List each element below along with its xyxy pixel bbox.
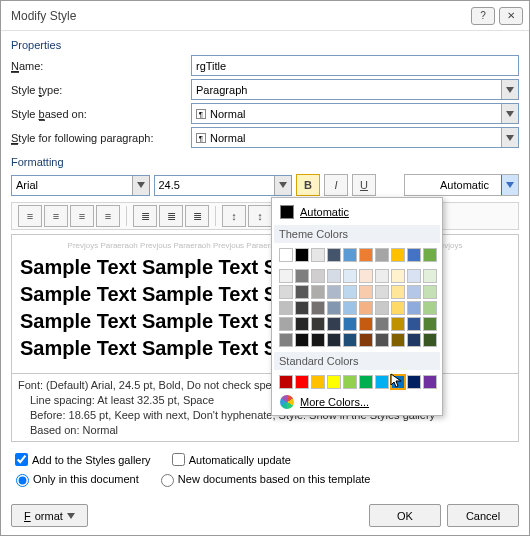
font-name-select[interactable]: Arial — [11, 175, 150, 196]
underline-button[interactable]: U — [352, 174, 376, 196]
color-swatch[interactable] — [295, 248, 309, 262]
color-swatch[interactable] — [311, 301, 325, 315]
color-swatch[interactable] — [391, 269, 405, 283]
align-center-button[interactable]: ≡ — [44, 205, 68, 227]
color-swatch[interactable] — [343, 269, 357, 283]
color-swatch[interactable] — [327, 285, 341, 299]
color-swatch[interactable] — [359, 269, 373, 283]
color-swatch[interactable] — [375, 333, 389, 347]
based-on-select[interactable]: ¶ Normal — [191, 103, 519, 124]
color-swatch[interactable] — [359, 301, 373, 315]
color-swatch[interactable] — [295, 285, 309, 299]
color-swatch[interactable] — [295, 375, 309, 389]
color-swatch[interactable] — [407, 375, 421, 389]
color-swatch[interactable] — [423, 317, 437, 331]
color-swatch[interactable] — [407, 285, 421, 299]
color-swatch[interactable] — [343, 333, 357, 347]
ok-button[interactable]: OK — [369, 504, 441, 527]
color-swatch[interactable] — [375, 375, 389, 389]
color-swatch[interactable] — [327, 375, 341, 389]
spacing2-button[interactable]: ≣ — [185, 205, 209, 227]
following-select[interactable]: ¶ Normal — [191, 127, 519, 148]
space-after-button[interactable]: ↕ — [248, 205, 272, 227]
align-justify-button[interactable]: ≡ — [96, 205, 120, 227]
more-colors-item[interactable]: More Colors... — [276, 391, 438, 413]
close-button[interactable]: ✕ — [499, 7, 523, 25]
color-swatch[interactable] — [423, 375, 437, 389]
color-swatch[interactable] — [375, 301, 389, 315]
color-swatch[interactable] — [295, 269, 309, 283]
color-swatch[interactable] — [359, 375, 373, 389]
color-swatch[interactable] — [391, 285, 405, 299]
cancel-button[interactable]: Cancel — [447, 504, 519, 527]
color-swatch[interactable] — [327, 333, 341, 347]
color-swatch[interactable] — [391, 333, 405, 347]
color-swatch[interactable] — [391, 248, 405, 262]
color-swatch[interactable] — [311, 317, 325, 331]
color-swatch[interactable] — [423, 285, 437, 299]
color-swatch[interactable] — [279, 285, 293, 299]
color-swatch[interactable] — [343, 248, 357, 262]
color-swatch[interactable] — [343, 375, 357, 389]
align-left-button[interactable]: ≡ — [18, 205, 42, 227]
auto-update-checkbox[interactable]: Automatically update — [168, 450, 291, 469]
color-swatch[interactable] — [311, 285, 325, 299]
color-swatch[interactable] — [311, 333, 325, 347]
color-swatch[interactable] — [311, 375, 325, 389]
color-swatch[interactable] — [311, 269, 325, 283]
new-documents-radio[interactable]: New documents based on this template — [156, 471, 371, 487]
color-swatch[interactable] — [407, 248, 421, 262]
add-gallery-checkbox[interactable]: Add to the Styles gallery — [11, 450, 151, 469]
color-swatch[interactable] — [343, 317, 357, 331]
color-swatch[interactable] — [423, 333, 437, 347]
color-swatch[interactable] — [311, 248, 325, 262]
help-button[interactable]: ? — [471, 7, 495, 25]
color-swatch[interactable] — [359, 333, 373, 347]
color-swatch[interactable] — [375, 269, 389, 283]
color-swatch[interactable] — [279, 248, 293, 262]
space-before-button[interactable]: ↕ — [222, 205, 246, 227]
color-swatch[interactable] — [295, 317, 309, 331]
bold-button[interactable]: B — [296, 174, 320, 196]
color-swatch[interactable] — [359, 248, 373, 262]
color-swatch[interactable] — [423, 269, 437, 283]
name-input[interactable]: rgTitle — [191, 55, 519, 76]
color-swatch[interactable] — [295, 333, 309, 347]
color-swatch[interactable] — [391, 317, 405, 331]
color-swatch[interactable] — [295, 301, 309, 315]
color-swatch[interactable] — [279, 269, 293, 283]
color-swatch[interactable] — [343, 301, 357, 315]
color-swatch[interactable] — [327, 317, 341, 331]
color-swatch[interactable] — [391, 375, 405, 389]
color-swatch[interactable] — [359, 317, 373, 331]
color-swatch[interactable] — [279, 317, 293, 331]
color-swatch[interactable] — [375, 248, 389, 262]
color-swatch[interactable] — [279, 333, 293, 347]
font-color-button[interactable]: Automatic — [404, 174, 519, 196]
only-document-radio[interactable]: Only in this document — [11, 471, 139, 487]
color-swatch[interactable] — [407, 333, 421, 347]
color-swatch[interactable] — [423, 301, 437, 315]
color-swatch[interactable] — [327, 269, 341, 283]
color-swatch[interactable] — [407, 301, 421, 315]
spacing1-button[interactable]: ≣ — [133, 205, 157, 227]
color-swatch[interactable] — [343, 285, 357, 299]
chevron-down-icon[interactable] — [501, 175, 518, 195]
color-swatch[interactable] — [423, 248, 437, 262]
color-swatch[interactable] — [279, 301, 293, 315]
font-size-select[interactable]: 24.5 — [154, 175, 293, 196]
color-swatch[interactable] — [375, 285, 389, 299]
italic-button[interactable]: I — [324, 174, 348, 196]
format-button[interactable]: Format — [11, 504, 88, 527]
color-swatch[interactable] — [359, 285, 373, 299]
color-swatch[interactable] — [327, 301, 341, 315]
color-swatch[interactable] — [407, 269, 421, 283]
color-swatch[interactable] — [391, 301, 405, 315]
color-swatch[interactable] — [279, 375, 293, 389]
color-swatch[interactable] — [407, 317, 421, 331]
style-type-select[interactable]: Paragraph — [191, 79, 519, 100]
color-swatch[interactable] — [327, 248, 341, 262]
align-right-button[interactable]: ≡ — [70, 205, 94, 227]
color-swatch[interactable] — [375, 317, 389, 331]
spacing15-button[interactable]: ≣ — [159, 205, 183, 227]
